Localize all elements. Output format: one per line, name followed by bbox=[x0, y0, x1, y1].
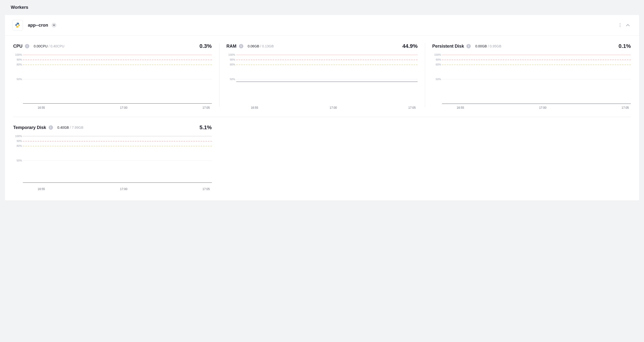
divider: / bbox=[48, 44, 50, 48]
metric-used: 0.00CPU bbox=[34, 44, 48, 48]
metric-usage: 0.40GB / 7.99GB bbox=[58, 126, 84, 130]
divider: / bbox=[487, 44, 490, 48]
divider bbox=[13, 117, 631, 117]
metric-pdisk: Persistent Disk i 0.00GB / 0.95GB 0.1% 1… bbox=[425, 43, 631, 110]
metric-usage: 0.00CPU / 0.40CPU bbox=[34, 44, 64, 48]
metric-percent: 0.1% bbox=[618, 43, 631, 49]
y-label: 80% bbox=[436, 63, 441, 66]
chart-pdisk: 100% 90% 80% 50% bbox=[432, 55, 631, 104]
metrics-body: CPU i 0.00CPU / 0.40CPU 0.3% 100% 90% 80… bbox=[5, 36, 639, 200]
svg-point-1 bbox=[620, 25, 620, 26]
metric-title: Temporary Disk bbox=[13, 125, 46, 130]
y-label: 100% bbox=[434, 53, 441, 56]
metrics-row-1: CPU i 0.00CPU / 0.40CPU 0.3% 100% 90% 80… bbox=[13, 43, 631, 110]
info-icon[interactable]: i bbox=[25, 44, 29, 48]
divider: / bbox=[259, 44, 262, 48]
x-label: 16:55 bbox=[23, 187, 95, 191]
y-label: 50% bbox=[16, 159, 22, 162]
x-label: 17:05 bbox=[152, 106, 212, 110]
y-label: 100% bbox=[15, 134, 22, 138]
metric-title: Persistent Disk bbox=[432, 44, 464, 49]
metric-max: 0.95GB bbox=[490, 44, 501, 48]
x-label: 17:05 bbox=[572, 106, 631, 110]
x-label: 17:00 bbox=[306, 106, 361, 110]
metric-max: 0.40CPU bbox=[50, 44, 64, 48]
y-label: 80% bbox=[16, 144, 22, 147]
worker-name: app--cron bbox=[28, 23, 48, 28]
info-icon[interactable]: i bbox=[48, 125, 53, 130]
metric-max: 7.99GB bbox=[72, 126, 83, 130]
y-label: 90% bbox=[16, 58, 22, 61]
svg-point-0 bbox=[620, 24, 620, 24]
y-label: 50% bbox=[436, 78, 441, 80]
divider: / bbox=[69, 126, 72, 130]
info-icon[interactable]: i bbox=[466, 44, 471, 48]
metric-percent: 5.1% bbox=[200, 124, 212, 131]
x-label: 17:00 bbox=[514, 106, 572, 110]
chart-cpu: 100% 90% 80% 50% bbox=[13, 55, 212, 104]
info-icon[interactable]: i bbox=[239, 44, 243, 48]
y-label: 100% bbox=[228, 53, 235, 56]
metric-percent: 44.9% bbox=[402, 43, 418, 49]
metric-used: 0.00GB bbox=[475, 44, 487, 48]
x-label: 16:55 bbox=[442, 106, 514, 110]
y-label: 80% bbox=[16, 63, 22, 66]
y-label: 90% bbox=[230, 58, 235, 61]
chevron-up-icon[interactable] bbox=[624, 21, 632, 29]
x-label: 16:55 bbox=[23, 106, 95, 110]
metric-used: 0.40GB bbox=[58, 126, 69, 130]
y-label: 90% bbox=[16, 140, 22, 142]
metrics-row-2: Temporary Disk i 0.40GB / 7.99GB 5.1% 10… bbox=[13, 124, 631, 191]
metric-used: 0.06GB bbox=[248, 44, 259, 48]
x-label: 17:00 bbox=[95, 187, 152, 191]
metric-percent: 0.3% bbox=[200, 43, 212, 49]
chart-ram: 100% 90% 80% 50% bbox=[226, 55, 418, 104]
worker-type-badge: W bbox=[52, 23, 56, 28]
svg-point-2 bbox=[620, 26, 620, 27]
y-label: 80% bbox=[230, 63, 235, 66]
metric-cpu: CPU i 0.00CPU / 0.40CPU 0.3% 100% 90% 80… bbox=[13, 43, 219, 110]
y-label: 50% bbox=[16, 78, 22, 80]
metric-title: RAM bbox=[226, 44, 236, 49]
metric-title: CPU bbox=[13, 44, 22, 49]
metric-max: 0.13GB bbox=[262, 44, 274, 48]
y-label: 90% bbox=[436, 58, 441, 61]
python-icon bbox=[12, 20, 23, 30]
worker-header: app--cron W bbox=[5, 15, 639, 36]
metric-usage: 0.06GB / 0.13GB bbox=[248, 44, 274, 48]
section-title: Workers bbox=[5, 5, 639, 10]
x-label: 16:55 bbox=[236, 106, 306, 110]
worker-card: app--cron W CPU i 0.00CPU / 0.40CPU bbox=[5, 15, 639, 200]
more-options-icon[interactable] bbox=[616, 21, 624, 29]
x-label: 17:05 bbox=[152, 187, 212, 191]
chart-tdisk: 100% 90% 80% 50% bbox=[13, 136, 212, 185]
x-label: 17:05 bbox=[360, 106, 418, 110]
metric-ram: RAM i 0.06GB / 0.13GB 44.9% 100% 90% 80%… bbox=[219, 43, 425, 110]
metric-usage: 0.00GB / 0.95GB bbox=[475, 44, 501, 48]
y-label: 50% bbox=[230, 78, 235, 80]
metric-tdisk: Temporary Disk i 0.40GB / 7.99GB 5.1% 10… bbox=[13, 124, 219, 191]
x-label: 17:00 bbox=[95, 106, 152, 110]
y-label: 100% bbox=[15, 53, 22, 56]
